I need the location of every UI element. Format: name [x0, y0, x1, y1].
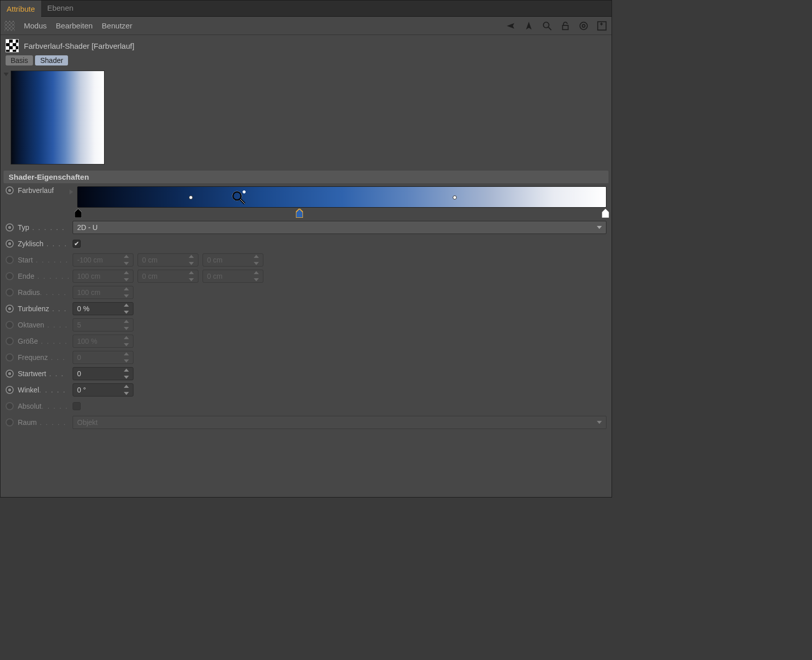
field-winkel[interactable]: 0 ° [73, 383, 133, 397]
field-start-x: -100 cm [73, 253, 133, 267]
chevron-right-icon[interactable] [70, 189, 73, 194]
gradient-stop[interactable] [602, 209, 609, 218]
label-zyklisch: Zyklisch . . . . [18, 240, 69, 248]
svg-line-11 [240, 199, 245, 204]
label-farbverlauf: Farbverlauf [18, 186, 69, 194]
select-raum: Objekt [73, 416, 606, 429]
object-title: Farbverlauf-Shader [Farbverlauf] [24, 42, 134, 50]
label-winkel: Winkel. . . . . . [18, 386, 69, 394]
label-absolut: Absolut. . . . . [18, 402, 69, 410]
menu-modus[interactable]: Modus [24, 21, 47, 30]
search-icon[interactable] [542, 20, 553, 31]
subtab-shader[interactable]: Shader [35, 55, 68, 65]
anim-dot-turbulenz[interactable] [6, 305, 14, 313]
label-typ: Typ . . . . . . . . [18, 223, 69, 232]
field-start-y: 0 cm [138, 253, 198, 267]
checker-icon [6, 39, 19, 52]
magnifier-cursor-icon [231, 190, 246, 205]
row-absolut: Absolut. . . . . [6, 399, 606, 414]
tab-attribute[interactable]: Attribute [1, 1, 41, 17]
label-frequenz: Frequenz . . . [18, 353, 69, 361]
anim-dot-radius [6, 288, 14, 296]
row-ende: Ende . . . . . . . 100 cm 0 cm 0 cm [6, 269, 606, 284]
section-header: Shader-Eigenschaften [4, 171, 608, 183]
label-turbulenz: Turbulenz . . . [18, 305, 69, 313]
anim-dot-startwert[interactable] [6, 370, 14, 378]
svg-point-9 [233, 192, 241, 200]
field-frequenz: 0 [73, 351, 133, 364]
row-farbverlauf: Farbverlauf [6, 186, 606, 219]
svg-point-3 [580, 22, 588, 29]
toolbar: Modus Bearbeiten Benutzer [1, 17, 612, 35]
row-groesse: Größe . . . . . . 100 % [6, 334, 606, 349]
field-oktaven: 5 [73, 318, 133, 332]
label-radius: Radius. . . . . . [18, 288, 69, 296]
gradient-preview[interactable] [11, 71, 105, 164]
label-startwert: Startwert . . . [18, 370, 69, 378]
field-ende-x: 100 cm [73, 270, 133, 283]
row-zyklisch: Zyklisch . . . . [6, 236, 606, 251]
grid-icon[interactable] [5, 21, 15, 31]
sub-tab-bar: Basis Shader [1, 54, 612, 68]
label-oktaven: Oktaven . . . . [18, 321, 69, 329]
field-startwert[interactable]: 0 [73, 367, 133, 380]
menu-bearbeiten[interactable]: Bearbeiten [56, 21, 93, 30]
label-start: Start . . . . . . . [18, 256, 69, 264]
checkbox-absolut [73, 402, 81, 410]
gradient-stop-rail[interactable] [77, 209, 606, 219]
svg-point-0 [544, 22, 549, 27]
row-winkel: Winkel. . . . . . 0 ° [6, 382, 606, 398]
anim-dot-absolut [6, 402, 14, 410]
top-tab-bar: Attribute Ebenen [1, 1, 612, 17]
field-groesse: 100 % [73, 335, 133, 348]
row-radius: Radius. . . . . . 100 cm [6, 285, 606, 300]
anim-dot-ende [6, 272, 14, 280]
label-raum: Raum . . . . . . . [18, 418, 69, 426]
new-panel-icon[interactable] [596, 20, 607, 31]
row-raum: Raum . . . . . . . Objekt [6, 415, 606, 430]
anim-dot-start [6, 256, 14, 264]
row-turbulenz: Turbulenz . . . 0 % [6, 301, 606, 316]
anim-dot-zyklisch[interactable] [6, 240, 14, 248]
gradient-knot[interactable] [453, 195, 457, 200]
gradient-knot[interactable] [189, 195, 193, 200]
lock-icon[interactable] [560, 20, 571, 31]
field-ende-z: 0 cm [202, 270, 263, 283]
anim-dot-frequenz [6, 353, 14, 361]
svg-rect-2 [563, 25, 568, 29]
anim-dot-farbverlauf[interactable] [6, 186, 14, 194]
field-ende-y: 0 cm [138, 270, 198, 283]
disclosure-triangle-icon[interactable] [4, 73, 9, 76]
row-oktaven: Oktaven . . . . 5 [6, 317, 606, 333]
row-frequenz: Frequenz . . . 0 [6, 350, 606, 365]
nav-back-icon[interactable] [505, 20, 516, 31]
row-startwert: Startwert . . . 0 [6, 366, 606, 381]
label-ende: Ende . . . . . . . [18, 272, 69, 280]
anim-dot-raum [6, 418, 14, 426]
nav-up-icon[interactable] [523, 20, 534, 31]
field-turbulenz[interactable]: 0 % [73, 302, 133, 315]
gradient-stop-selected[interactable] [296, 209, 303, 218]
anim-dot-oktaven [6, 321, 14, 329]
checkbox-zyklisch[interactable] [73, 240, 81, 248]
svg-point-4 [582, 24, 585, 27]
row-start: Start . . . . . . . -100 cm 0 cm 0 cm [6, 252, 606, 268]
anim-dot-groesse [6, 337, 14, 345]
preview-area [1, 68, 612, 170]
target-icon[interactable] [578, 20, 589, 31]
svg-line-1 [549, 27, 552, 30]
gradient-stop[interactable] [75, 209, 82, 218]
row-typ: Typ . . . . . . . . 2D - U [6, 220, 606, 235]
gradient-strip[interactable] [77, 186, 606, 208]
anim-dot-winkel[interactable] [6, 386, 14, 394]
subtab-basis[interactable]: Basis [6, 55, 33, 65]
select-typ[interactable]: 2D - U [73, 221, 606, 234]
anim-dot-typ[interactable] [6, 223, 14, 232]
label-groesse: Größe . . . . . . [18, 337, 69, 345]
object-header: Farbverlauf-Shader [Farbverlauf] [1, 35, 612, 54]
tab-ebenen[interactable]: Ebenen [41, 1, 80, 17]
field-start-z: 0 cm [202, 253, 263, 267]
field-radius: 100 cm [73, 286, 133, 299]
menu-benutzer[interactable]: Benutzer [102, 21, 132, 30]
